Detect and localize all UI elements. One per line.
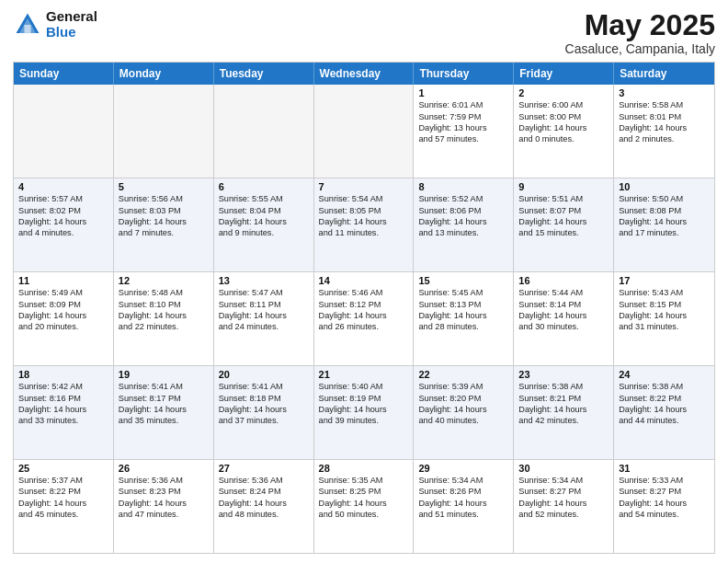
calendar-cell: 10Sunrise: 5:50 AMSunset: 8:08 PMDayligh… — [614, 178, 714, 271]
cell-line: and 7 minutes. — [119, 227, 209, 238]
day-number: 10 — [619, 181, 710, 192]
cell-line: and 40 minutes. — [418, 415, 508, 426]
calendar-cell: 7Sunrise: 5:54 AMSunset: 8:05 PMDaylight… — [314, 178, 415, 271]
cell-line: and 30 minutes. — [518, 321, 609, 332]
day-number: 7 — [319, 181, 409, 192]
cell-line: Daylight: 14 hours — [619, 310, 710, 321]
cell-line: Sunrise: 5:46 AM — [319, 287, 409, 298]
day-number: 11 — [18, 275, 108, 286]
calendar-cell: 19Sunrise: 5:41 AMSunset: 8:17 PMDayligh… — [114, 366, 214, 459]
cell-line: Sunset: 8:25 PM — [319, 486, 409, 497]
cell-line: Sunrise: 5:43 AM — [619, 287, 710, 298]
cell-line: Daylight: 14 hours — [518, 216, 609, 227]
cell-line: Daylight: 14 hours — [418, 498, 508, 509]
cell-line: and 33 minutes. — [18, 415, 108, 426]
calendar-cell: 23Sunrise: 5:38 AMSunset: 8:21 PMDayligh… — [514, 366, 614, 459]
calendar-cell: 24Sunrise: 5:38 AMSunset: 8:22 PMDayligh… — [614, 366, 714, 459]
day-number: 6 — [219, 181, 309, 192]
day-number: 14 — [319, 275, 409, 286]
cell-line: and 0 minutes. — [518, 133, 609, 144]
calendar-cell — [14, 85, 114, 178]
day-number: 31 — [619, 463, 710, 474]
calendar-row: 4Sunrise: 5:57 AMSunset: 8:02 PMDaylight… — [14, 178, 714, 271]
cell-line: Sunrise: 5:41 AM — [119, 381, 209, 392]
cell-line: Sunset: 8:19 PM — [319, 393, 409, 404]
cell-line: Sunrise: 5:36 AM — [219, 475, 309, 486]
cell-line: Sunrise: 5:56 AM — [119, 193, 209, 204]
calendar-cell: 18Sunrise: 5:42 AMSunset: 8:16 PMDayligh… — [14, 366, 114, 459]
calendar-row: 25Sunrise: 5:37 AMSunset: 8:22 PMDayligh… — [14, 459, 714, 553]
cell-line: Daylight: 14 hours — [219, 310, 309, 321]
cell-line: Sunrise: 5:57 AM — [18, 193, 108, 204]
cell-line: Sunset: 8:00 PM — [518, 111, 609, 122]
cell-line: Daylight: 14 hours — [219, 498, 309, 509]
cell-line: Sunset: 8:16 PM — [18, 393, 108, 404]
cell-line: Sunset: 8:02 PM — [18, 205, 108, 216]
day-number: 24 — [619, 369, 710, 380]
cell-line: and 51 minutes. — [418, 509, 508, 520]
cell-line: and 20 minutes. — [18, 321, 108, 332]
cell-line: and 57 minutes. — [418, 133, 508, 144]
cell-line: and 24 minutes. — [219, 321, 309, 332]
cell-line: and 17 minutes. — [619, 227, 710, 238]
day-number: 5 — [119, 181, 209, 192]
calendar-cell: 2Sunrise: 6:00 AMSunset: 8:00 PMDaylight… — [514, 85, 614, 178]
day-number: 18 — [18, 369, 108, 380]
cell-line: and 37 minutes. — [219, 415, 309, 426]
day-number: 8 — [418, 181, 508, 192]
cell-line: Daylight: 14 hours — [219, 216, 309, 227]
cell-line: and 45 minutes. — [18, 509, 108, 520]
cell-line: Daylight: 14 hours — [418, 404, 508, 415]
cell-line: and 50 minutes. — [319, 509, 409, 520]
calendar-row: 11Sunrise: 5:49 AMSunset: 8:09 PMDayligh… — [14, 271, 714, 365]
cell-line: and 39 minutes. — [319, 415, 409, 426]
calendar-cell: 9Sunrise: 5:51 AMSunset: 8:07 PMDaylight… — [514, 178, 614, 271]
cell-line: Daylight: 14 hours — [219, 404, 309, 415]
calendar-cell: 30Sunrise: 5:34 AMSunset: 8:27 PMDayligh… — [514, 460, 614, 553]
cell-line: Daylight: 14 hours — [619, 404, 710, 415]
cell-line: Sunrise: 6:01 AM — [418, 99, 508, 110]
cell-line: Sunset: 8:12 PM — [319, 299, 409, 310]
header: General Blue May 2025 Casaluce, Campania… — [13, 9, 715, 56]
cell-line: Daylight: 14 hours — [119, 498, 209, 509]
cell-line: Sunrise: 5:45 AM — [418, 287, 508, 298]
cell-line: and 13 minutes. — [418, 227, 508, 238]
cell-line: Sunrise: 5:34 AM — [418, 475, 508, 486]
cell-line: Daylight: 14 hours — [319, 498, 409, 509]
calendar-cell: 31Sunrise: 5:33 AMSunset: 8:27 PMDayligh… — [614, 460, 714, 553]
cell-line: Daylight: 13 hours — [418, 122, 508, 133]
calendar-cell: 25Sunrise: 5:37 AMSunset: 8:22 PMDayligh… — [14, 460, 114, 553]
cell-line: Daylight: 14 hours — [518, 122, 609, 133]
calendar-cell: 20Sunrise: 5:41 AMSunset: 8:18 PMDayligh… — [214, 366, 314, 459]
calendar-cell: 28Sunrise: 5:35 AMSunset: 8:25 PMDayligh… — [314, 460, 415, 553]
cell-line: Sunset: 8:13 PM — [418, 299, 508, 310]
cell-line: Sunset: 8:09 PM — [18, 299, 108, 310]
day-number: 30 — [518, 463, 609, 474]
logo-icon — [13, 10, 42, 40]
cell-line: Sunset: 8:22 PM — [619, 393, 710, 404]
cell-line: and 22 minutes. — [119, 321, 209, 332]
cell-line: Sunrise: 5:54 AM — [319, 193, 409, 204]
cell-line: and 47 minutes. — [119, 509, 209, 520]
calendar-cell: 3Sunrise: 5:58 AMSunset: 8:01 PMDaylight… — [614, 85, 714, 178]
cell-line: Sunset: 8:14 PM — [518, 299, 609, 310]
cell-line: Sunset: 8:07 PM — [518, 205, 609, 216]
location: Casaluce, Campania, Italy — [565, 41, 715, 56]
cell-line: Daylight: 14 hours — [518, 498, 609, 509]
cell-line: Sunrise: 6:00 AM — [518, 99, 609, 110]
cell-line: Sunrise: 5:51 AM — [518, 193, 609, 204]
cell-line: Sunrise: 5:52 AM — [418, 193, 508, 204]
weekday-header: Friday — [514, 63, 614, 85]
calendar-cell: 16Sunrise: 5:44 AMSunset: 8:14 PMDayligh… — [514, 272, 614, 365]
cell-line: Daylight: 14 hours — [18, 404, 108, 415]
day-number: 20 — [219, 369, 309, 380]
cell-line: Sunrise: 5:37 AM — [18, 475, 108, 486]
page: General Blue May 2025 Casaluce, Campania… — [0, 0, 728, 563]
calendar-cell: 27Sunrise: 5:36 AMSunset: 8:24 PMDayligh… — [214, 460, 314, 553]
cell-line: Daylight: 14 hours — [119, 404, 209, 415]
calendar-row: 1Sunrise: 6:01 AMSunset: 7:59 PMDaylight… — [14, 85, 714, 178]
day-number: 29 — [418, 463, 508, 474]
cell-line: Sunset: 8:15 PM — [619, 299, 710, 310]
cell-line: Sunrise: 5:44 AM — [518, 287, 609, 298]
calendar-cell: 13Sunrise: 5:47 AMSunset: 8:11 PMDayligh… — [214, 272, 314, 365]
